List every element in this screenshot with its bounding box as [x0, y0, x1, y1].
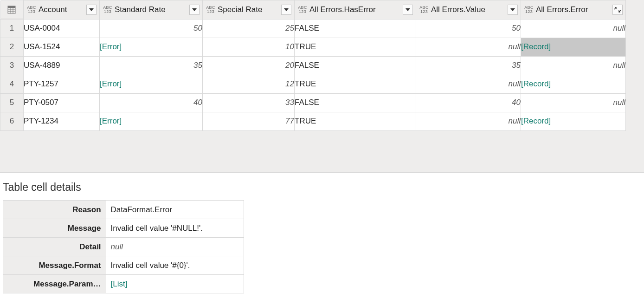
cell-error[interactable]: null	[521, 56, 626, 75]
detail-row: MessageInvalid cell value '#NULL!'.	[3, 219, 244, 238]
row-number[interactable]: 4	[0, 75, 24, 93]
cell-special-rate[interactable]: 77	[203, 112, 295, 130]
table-row[interactable]: 5PTY-05074033FALSE40null	[0, 93, 626, 112]
cell-special-rate[interactable]: 10	[203, 38, 295, 56]
cell-has-error[interactable]: TRUE	[295, 75, 416, 93]
column-label: All Errors.Value	[431, 5, 506, 14]
cell-account[interactable]: PTY-1234	[24, 112, 100, 130]
cell-error-link[interactable]: [Error]	[100, 75, 203, 93]
cell-standard-rate[interactable]: 35	[100, 56, 203, 75]
cell-record-link[interactable]: [Record]	[521, 38, 626, 56]
cell-error-link[interactable]: [Error]	[100, 112, 203, 130]
detail-key: Reason	[3, 201, 106, 219]
detail-value-link[interactable]: [List]	[106, 275, 244, 293]
table-row[interactable]: 1USA-00045025FALSE50null	[0, 19, 626, 38]
cell-special-rate[interactable]: 12	[203, 75, 295, 93]
svg-rect-1	[8, 6, 15, 8]
cell-has-error[interactable]: TRUE	[295, 38, 416, 56]
row-number[interactable]: 6	[0, 112, 24, 130]
cell-record-link[interactable]: [Record]	[521, 75, 626, 93]
cell-value[interactable]: 40	[416, 93, 521, 112]
row-number[interactable]: 1	[0, 19, 24, 38]
filter-button[interactable]	[403, 5, 413, 15]
detail-key: Message.Param…	[3, 275, 106, 293]
filter-button[interactable]	[86, 5, 97, 15]
column-label: Special Rate	[218, 5, 279, 14]
row-number[interactable]: 2	[0, 38, 24, 56]
any-type-icon: ABC123	[419, 6, 429, 14]
cell-error[interactable]: null	[521, 93, 626, 112]
table-row[interactable]: 3USA-48893520FALSE35null	[0, 56, 626, 75]
any-type-icon: ABC123	[26, 6, 37, 14]
cell-value[interactable]: 35	[416, 56, 521, 75]
details-table: ReasonDataFormat.ErrorMessageInvalid cel…	[3, 200, 244, 293]
detail-row: Detailnull	[3, 238, 244, 256]
cell-error-link[interactable]: [Error]	[100, 38, 203, 56]
detail-row: ReasonDataFormat.Error	[3, 201, 244, 219]
cell-value[interactable]: null	[416, 75, 521, 93]
cell-standard-rate[interactable]: 50	[100, 19, 203, 38]
cell-has-error[interactable]: FALSE	[295, 93, 416, 112]
any-type-icon: ABC123	[297, 6, 308, 14]
filter-button[interactable]	[281, 5, 291, 15]
svg-marker-7	[192, 8, 197, 11]
detail-key: Message.Format	[3, 256, 106, 275]
column-header-special-rate[interactable]: ABC123 Special Rate	[203, 0, 295, 20]
any-type-icon: ABC123	[206, 6, 216, 14]
cell-account[interactable]: USA-0004	[24, 19, 100, 38]
cell-special-rate[interactable]: 20	[203, 56, 295, 75]
column-label: All Errors.HasError	[309, 5, 401, 14]
any-type-icon: ABC123	[524, 6, 534, 14]
table-row[interactable]: 6PTY-1234[Error]77TRUEnull[Record]	[0, 112, 626, 130]
detail-key: Message	[3, 219, 106, 238]
row-number[interactable]: 5	[0, 93, 24, 112]
detail-value: Invalid cell value '#{0}'.	[106, 256, 244, 275]
detail-value: DataFormat.Error	[106, 201, 244, 219]
column-header-standard-rate[interactable]: ABC123 Standard Rate	[100, 0, 203, 20]
cell-account[interactable]: PTY-1257	[24, 75, 100, 93]
cell-standard-rate[interactable]: 40	[100, 93, 203, 112]
cell-account[interactable]: USA-4889	[24, 56, 100, 75]
detail-value: Invalid cell value '#NULL!'.	[106, 219, 244, 238]
column-header-value[interactable]: ABC123 All Errors.Value	[416, 0, 521, 20]
detail-row: Message.FormatInvalid cell value '#{0}'.	[3, 256, 244, 275]
column-label: Standard Rate	[115, 5, 187, 14]
column-header-has-error[interactable]: ABC123 All Errors.HasError	[295, 0, 416, 20]
cell-record-link[interactable]: [Record]	[521, 112, 626, 130]
filter-button[interactable]	[189, 5, 200, 15]
row-number[interactable]: 3	[0, 56, 24, 75]
cell-value[interactable]: 50	[416, 19, 521, 38]
any-type-icon: ABC123	[103, 6, 113, 14]
detail-key: Detail	[3, 238, 106, 256]
detail-row: Message.Param…[List]	[3, 275, 244, 293]
cell-has-error[interactable]: FALSE	[295, 19, 416, 38]
select-all-corner[interactable]	[0, 0, 24, 19]
cell-special-rate[interactable]: 33	[203, 93, 295, 112]
table-row[interactable]: 4PTY-1257[Error]12TRUEnull[Record]	[0, 75, 626, 93]
cell-has-error[interactable]: TRUE	[295, 112, 416, 130]
expand-button[interactable]	[612, 5, 623, 15]
column-label: Account	[39, 5, 84, 14]
data-table: ABC123 Account ABC123 Standard Rate ABC1…	[0, 0, 626, 131]
cell-has-error[interactable]: FALSE	[295, 56, 416, 75]
data-grid: ABC123 Account ABC123 Standard Rate ABC1…	[0, 0, 644, 173]
cell-details-panel: Table cell details ReasonDataFormat.Erro…	[0, 173, 644, 299]
svg-marker-6	[89, 8, 94, 11]
column-label: All Errors.Error	[536, 5, 611, 14]
cell-error[interactable]: null	[521, 19, 626, 38]
detail-value: null	[106, 238, 244, 256]
column-header-account[interactable]: ABC123 Account	[24, 0, 100, 20]
cell-special-rate[interactable]: 25	[203, 19, 295, 38]
svg-marker-9	[406, 8, 410, 11]
svg-marker-10	[510, 8, 515, 11]
svg-marker-8	[284, 8, 289, 11]
cell-account[interactable]: PTY-0507	[24, 93, 100, 112]
column-header-error[interactable]: ABC123 All Errors.Error	[521, 0, 626, 20]
cell-value[interactable]: null	[416, 112, 521, 130]
filter-button[interactable]	[508, 5, 518, 15]
cell-account[interactable]: USA-1524	[24, 38, 100, 56]
table-row[interactable]: 2USA-1524[Error]10TRUEnull[Record]	[0, 38, 626, 56]
cell-value[interactable]: null	[416, 38, 521, 56]
details-title: Table cell details	[3, 181, 641, 194]
